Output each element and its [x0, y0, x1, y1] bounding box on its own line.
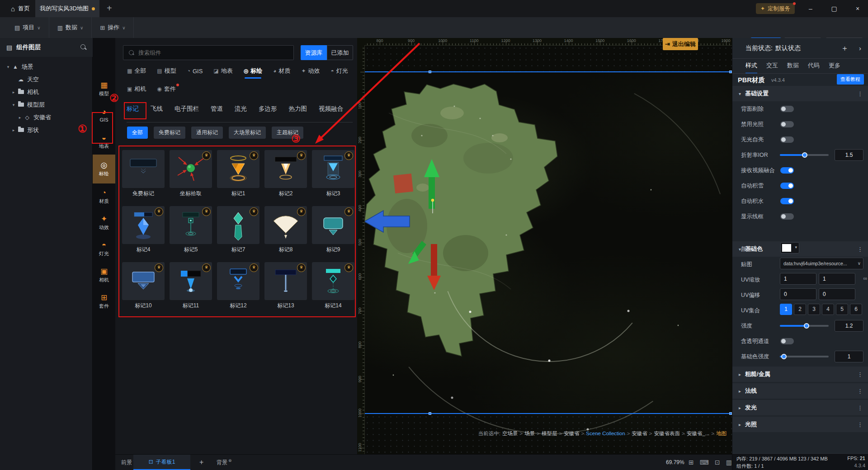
layer-tree-item[interactable]: ▸ ◇ 安徽省 [0, 111, 93, 124]
component-card[interactable]: ♛ 标记2 [264, 150, 307, 197]
filter-chip[interactable]: 大场景标记 [229, 127, 266, 139]
maximize-button[interactable]: ▢ [827, 4, 841, 14]
toggle-switch[interactable] [780, 183, 794, 189]
category-tab[interactable]: ◪ 地表 [213, 67, 232, 79]
uv-offset-y-input[interactable]: 0 [819, 288, 855, 300]
subtab[interactable]: 飞线 [151, 105, 163, 113]
collapsed-section[interactable]: ▸ 光照 ⋮ [732, 417, 868, 432]
search-icon[interactable] [80, 44, 85, 49]
toggle-switch[interactable] [780, 167, 794, 174]
component-card[interactable]: ♛ 标记3 [312, 150, 354, 197]
uv-set-cell[interactable]: 4 [822, 304, 834, 315]
filter-chip[interactable]: 通用标记 [191, 127, 223, 139]
scene-viewport[interactable]: 8009001000110012001300140015001600170018… [357, 38, 732, 454]
layer-tree-item[interactable]: ▾ 模型层 [0, 99, 93, 111]
kebab-menu-icon[interactable]: ⋮ [857, 388, 863, 395]
component-card[interactable]: ♛ 标记4 [122, 206, 165, 254]
inspector-tab[interactable]: 交互 [766, 61, 778, 74]
component-card[interactable]: ♛ 标记13 [264, 262, 307, 310]
sub-board-tab[interactable]: ⊡ 子看板1 [133, 455, 190, 470]
subtab[interactable]: 标记 [127, 105, 139, 113]
canvas-guide-bottom[interactable] [364, 413, 732, 414]
layer-tree-item[interactable]: ▾ ▲ 场景 [0, 61, 93, 73]
layer-tree-item[interactable]: ▸ 形状 [0, 124, 93, 136]
collapsed-section[interactable]: ▸ 法线 ⋮ [732, 383, 868, 399]
exit-edit-button[interactable]: ⇥ 退出编辑 [663, 38, 698, 50]
inspector-tab[interactable]: 更多 [829, 61, 840, 74]
toggle-switch[interactable] [780, 338, 794, 344]
slider[interactable] [780, 154, 829, 156]
collapsed-section[interactable]: ▸ 粗糙/金属 ⋮ [732, 367, 868, 382]
rail-item[interactable]: ▣ 相机 [93, 262, 115, 288]
link-icon[interactable]: ∞ [863, 275, 867, 282]
component-card[interactable]: ♛ 标记1 [217, 150, 259, 197]
chevron-right-icon[interactable]: › [859, 44, 861, 52]
subtab[interactable]: 热力图 [289, 105, 307, 113]
minimize-button[interactable]: – [804, 4, 817, 14]
texture-select[interactable]: data:hvvj64uimp3e/resource...∨ [780, 258, 863, 269]
section-basic-settings[interactable]: ▾ 基础设置 ⋮ [732, 86, 868, 101]
kebab-menu-icon[interactable]: ⋮ [857, 90, 863, 97]
rail-item[interactable]: ▦ 模型 [93, 76, 115, 102]
component-card[interactable]: ♛ 标记8 [264, 206, 307, 254]
guide-handle[interactable] [429, 412, 431, 415]
uv-set-cell[interactable]: 3 [808, 304, 820, 315]
component-card[interactable]: ♛ 标记5 [170, 206, 212, 254]
subtab[interactable]: 视频融合 [319, 105, 343, 113]
breadcrumb-item[interactable]: >Scene Collection [580, 431, 625, 436]
uv-scale-y-input[interactable]: 1 [819, 273, 855, 285]
breadcrumb-item[interactable]: >安徽省表面 [647, 431, 680, 436]
component-card[interactable]: ♛ 标记14 [312, 262, 354, 310]
menu-item[interactable]: ▥ 数据 ∨ [49, 17, 92, 38]
expander-arrow-icon[interactable]: ▸ [10, 128, 17, 132]
expander-arrow-icon[interactable]: ▸ [10, 90, 17, 94]
expander-arrow-icon[interactable]: ▸ [16, 115, 24, 120]
category-tab[interactable]: ◕ 材质 [273, 67, 290, 79]
rail-item[interactable]: ◕ GIS [93, 102, 115, 128]
breadcrumb-item[interactable]: >地图 [709, 431, 726, 436]
monitor-icon[interactable]: ⊡ [715, 459, 720, 466]
zoom-level[interactable]: 69.79% [666, 455, 684, 470]
inspector-tab[interactable]: 代码 [808, 61, 820, 74]
uv-set-cell[interactable]: 1 [780, 304, 792, 315]
category-tab[interactable]: ◉ 套件 [157, 85, 175, 97]
base-strength-slider[interactable] [780, 356, 829, 357]
rail-item[interactable]: ◒ 地表 [93, 128, 115, 155]
subtab[interactable]: 管道 [211, 105, 223, 113]
rail-item[interactable]: ✦ 动效 [93, 210, 115, 236]
keyboard-icon[interactable]: ⌨ [700, 459, 709, 466]
breadcrumb-item[interactable]: >安徽省 [625, 431, 647, 436]
component-card[interactable]: ♛ 标记12 [217, 262, 259, 310]
filter-chip[interactable]: 全部 [127, 127, 148, 139]
kebab-menu-icon[interactable]: ⋮ [857, 371, 863, 378]
resource-library-button[interactable]: 资源库 [301, 45, 327, 60]
toggle-switch[interactable] [780, 106, 794, 112]
menu-item[interactable]: ▤ 项目 ∨ [6, 17, 49, 38]
subtab[interactable]: 多边形 [259, 105, 277, 113]
layer-tree-item[interactable]: ☁ 天空 [0, 73, 93, 86]
custom-service-button[interactable]: ✦ 定制服务 [756, 3, 795, 14]
breadcrumb-item[interactable]: >空场景 [502, 431, 518, 436]
kebab-menu-icon[interactable]: ⋮ [857, 404, 863, 411]
category-tab[interactable]: ◔ GIS [187, 67, 203, 79]
toggle-switch[interactable] [780, 198, 794, 204]
layer-tree-item[interactable]: ▸ 相机 [0, 86, 93, 99]
rail-item[interactable]: ◎ 标绘 [93, 155, 115, 183]
add-state-icon[interactable]: ＋ [841, 43, 849, 53]
toggle-switch[interactable] [780, 136, 794, 143]
category-tab[interactable]: ▤ 模型 [157, 67, 176, 79]
tutorial-button[interactable]: 查看教程 [837, 74, 864, 85]
category-tab[interactable]: ▣ 相机 [127, 85, 146, 97]
rail-item[interactable]: ◓ 灯光 [93, 236, 115, 262]
component-card[interactable]: ♛ 免费标记 [122, 150, 165, 197]
uv-offset-x-input[interactable]: 0 [780, 288, 816, 300]
inspector-tab[interactable]: 数据 [787, 61, 799, 74]
home-button[interactable]: ⌂ 首页 [6, 0, 34, 17]
add-board-button[interactable]: + [199, 455, 203, 470]
component-card[interactable]: ♛ 标记7 [217, 206, 259, 254]
back-board-button[interactable]: 背景⊕ [217, 455, 232, 470]
menu-item[interactable]: ⊞ 操作 ∨ [92, 17, 134, 38]
document-tab[interactable]: 我的写实风3D地图 [35, 0, 99, 17]
uv-set-cell[interactable]: 6 [850, 304, 862, 315]
guide-handle[interactable] [729, 412, 732, 415]
